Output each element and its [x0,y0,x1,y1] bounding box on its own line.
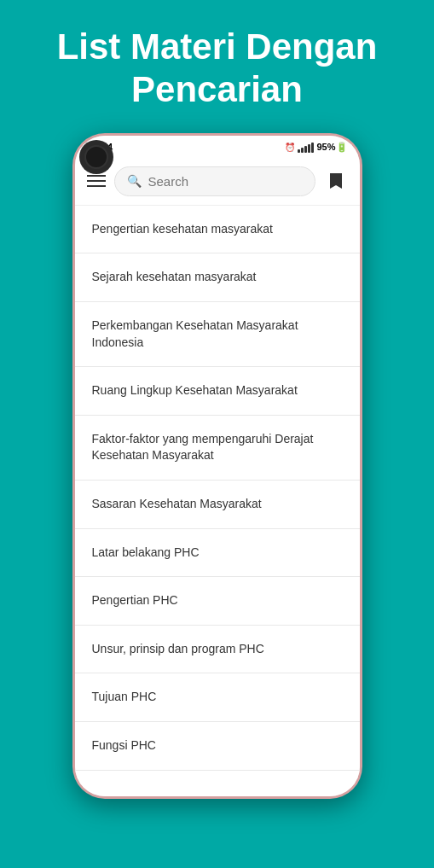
page-title: List Materi Dengan Pencarian [23,0,412,133]
list-item[interactable]: Pengertian kesehatan masyarakat [75,206,360,254]
status-bar: 16:54 ⏰ 95%🔋 [75,136,360,158]
phone-frame: 16:54 ⏰ 95%🔋 [72,133,362,799]
search-icon: 🔍 [127,174,142,188]
app-bar: 🔍 [75,158,360,206]
bookmark-icon [328,172,344,190]
camera-notch [79,140,113,174]
list-item[interactable]: Tujuan PHC [75,673,360,722]
list-item[interactable]: Unsur, prinsip dan program PHC [75,626,360,674]
list-item[interactable]: Perkembangan Kesehatan Masyarakat Indone… [75,302,360,367]
list-item[interactable]: Fungsi PHC [75,722,360,771]
hamburger-menu-button[interactable] [87,175,106,187]
bookmark-button[interactable] [324,169,348,193]
list-item[interactable]: Faktor-faktor yang mempengaruhi Derajat … [75,416,360,481]
camera-lens [84,145,108,169]
list-item[interactable]: Sejarah kesehatan masyarakat [75,253,360,302]
list-item[interactable]: Latar belakang PHC [75,529,360,578]
search-bar[interactable]: 🔍 [114,166,315,196]
phone-screen: 16:54 ⏰ 95%🔋 [75,136,360,796]
list-container: Pengertian kesehatan masyarakatSejarah k… [75,206,360,796]
alarm-icon: ⏰ [285,143,295,152]
signal-icon [298,143,314,153]
search-input[interactable] [148,174,303,189]
list-item[interactable]: Sasaran Kesehatan Masyarakat [75,481,360,529]
status-icons: ⏰ 95%🔋 [285,142,347,153]
battery-icon: 95%🔋 [316,142,347,153]
list-item[interactable]: Ruang Lingkup Kesehatan Masyarakat [75,367,360,416]
list-item[interactable]: Pengertian PHC [75,577,360,626]
